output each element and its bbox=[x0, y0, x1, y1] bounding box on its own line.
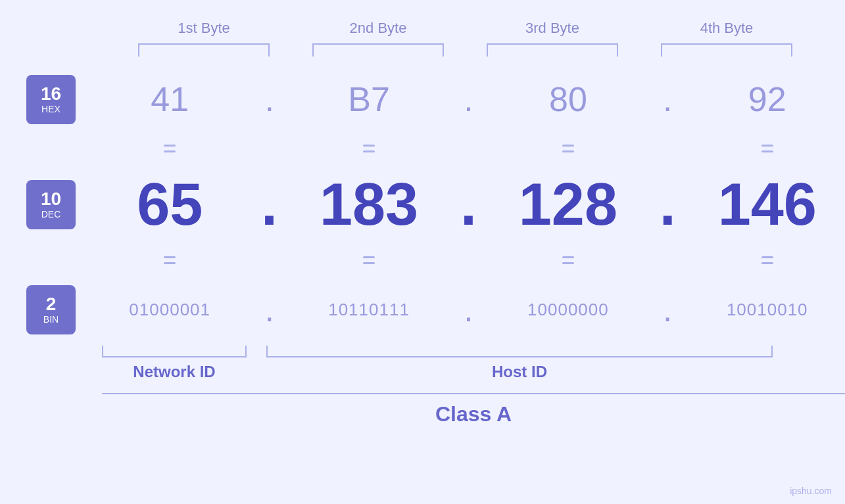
eq-label-spacer-1 bbox=[0, 129, 92, 168]
dec-val-b4: 146 bbox=[718, 172, 817, 237]
dec-val-b2: 183 bbox=[320, 172, 418, 237]
eq2-cell-b1 bbox=[97, 256, 242, 264]
eq2-cell-b3 bbox=[496, 256, 640, 264]
bin-dot2: . bbox=[452, 290, 485, 329]
hex-base-label: HEX bbox=[41, 104, 60, 114]
hex-dot3: . bbox=[651, 80, 684, 119]
eq-cell-b4 bbox=[695, 145, 840, 152]
hex-row: 16 HEX 41 . B7 . 80 . 92 bbox=[0, 70, 845, 129]
bin-badge: 2 BIN bbox=[26, 285, 76, 334]
bracket-b3 bbox=[487, 43, 618, 57]
hex-val-b1: 41 bbox=[151, 80, 189, 118]
byte2-header: 2nd Byte bbox=[312, 20, 444, 37]
id-labels-row: Network ID Host ID bbox=[0, 363, 845, 381]
byte4-header: 4th Byte bbox=[661, 20, 792, 37]
eq-vals-2 bbox=[92, 241, 845, 280]
bin-row: 2 BIN 01000001 . 10110111 . 10000000 . bbox=[0, 280, 845, 339]
bracket-gap bbox=[247, 346, 266, 357]
eq-lines-b2 bbox=[363, 145, 375, 152]
dec-b2: 183 bbox=[297, 171, 441, 239]
class-bracket: Class A bbox=[102, 393, 845, 426]
bracket-b4 bbox=[661, 43, 792, 57]
hex-b4: 92 bbox=[695, 80, 840, 119]
host-bracket bbox=[266, 346, 773, 357]
hex-dot1: . bbox=[253, 80, 286, 119]
top-brackets bbox=[117, 43, 814, 57]
hex-badge: 16 HEX bbox=[26, 75, 76, 124]
hex-val-b4: 92 bbox=[748, 80, 786, 118]
dec-dot2: . bbox=[452, 171, 485, 239]
bin-dot1: . bbox=[253, 290, 286, 329]
bin-val-b2: 10110111 bbox=[328, 300, 410, 319]
byte-headers: 1st Byte 2nd Byte 3rd Byte 4th Byte bbox=[117, 20, 814, 37]
eq-lines-b3 bbox=[562, 145, 574, 152]
host-id-label: Host ID bbox=[266, 363, 773, 381]
network-id-label: Network ID bbox=[102, 363, 247, 381]
eq2-cell-b4 bbox=[695, 256, 840, 264]
hex-badge-col: 16 HEX bbox=[0, 70, 92, 129]
dec-base-label: DEC bbox=[41, 209, 61, 219]
bin-b1: 01000001 bbox=[97, 300, 242, 320]
network-bracket bbox=[102, 346, 247, 357]
byte3-header: 3rd Byte bbox=[487, 20, 618, 37]
bin-values: 01000001 . 10110111 . 10000000 . 1001001… bbox=[92, 290, 845, 329]
eq-lines-b1 bbox=[164, 145, 176, 152]
bin-val-b1: 01000001 bbox=[129, 300, 210, 319]
dec-badge: 10 DEC bbox=[26, 180, 76, 229]
dec-val-b3: 128 bbox=[519, 172, 617, 237]
watermark: ipshu.com bbox=[790, 486, 832, 496]
bin-val-b4: 10010010 bbox=[727, 300, 808, 319]
bin-b4: 10010010 bbox=[695, 300, 840, 320]
bracket-b2 bbox=[312, 43, 444, 57]
dec-dot3: . bbox=[651, 171, 684, 239]
dec-b4: 146 bbox=[695, 171, 840, 239]
eq-row-1 bbox=[0, 129, 845, 168]
eq-vals-1 bbox=[92, 129, 845, 168]
dec-values: 65 . 183 . 128 . 146 bbox=[92, 168, 845, 241]
eq-label-spacer-2 bbox=[0, 241, 92, 280]
eq-row-2 bbox=[0, 241, 845, 280]
bin-b2: 10110111 bbox=[297, 300, 441, 320]
dec-base-num: 10 bbox=[41, 189, 61, 210]
hex-val-b3: 80 bbox=[549, 80, 587, 118]
dec-b3: 128 bbox=[496, 171, 640, 239]
bottom-bracket-row bbox=[0, 346, 845, 357]
hex-dot2: . bbox=[452, 80, 485, 119]
hex-b2: B7 bbox=[297, 80, 441, 119]
dec-row: 10 DEC 65 . 183 . 128 . 146 bbox=[0, 168, 845, 241]
eq-cell-b3 bbox=[496, 145, 640, 152]
dec-b1: 65 bbox=[97, 171, 242, 239]
hex-base-num: 16 bbox=[41, 84, 61, 104]
dec-val-b1: 65 bbox=[137, 172, 203, 237]
hex-values: 41 . B7 . 80 . 92 bbox=[92, 80, 845, 119]
hex-b1: 41 bbox=[97, 80, 242, 119]
dec-dot1: . bbox=[253, 171, 286, 239]
hex-b3: 80 bbox=[496, 80, 640, 119]
bin-b3: 10000000 bbox=[496, 300, 640, 320]
bin-badge-col: 2 BIN bbox=[0, 280, 92, 339]
eq-cell-b1 bbox=[97, 145, 242, 152]
bracket-b1 bbox=[138, 43, 270, 57]
bin-base-num: 2 bbox=[46, 294, 57, 315]
eq-line-bot bbox=[164, 150, 176, 152]
dec-badge-col: 10 DEC bbox=[0, 175, 92, 234]
eq2-cell-b2 bbox=[297, 256, 441, 264]
class-label: Class A bbox=[435, 402, 512, 426]
bottom-spacer bbox=[0, 346, 102, 357]
bin-base-label: BIN bbox=[43, 314, 59, 325]
class-row-wrapper: Class A bbox=[0, 393, 845, 426]
bin-val-b3: 10000000 bbox=[527, 300, 609, 319]
eq-lines-b4 bbox=[761, 145, 773, 152]
main-container: 1st Byte 2nd Byte 3rd Byte 4th Byte 16 H… bbox=[0, 0, 845, 504]
hex-val-b2: B7 bbox=[348, 80, 390, 118]
byte1-header: 1st Byte bbox=[138, 20, 270, 37]
bin-dot3: . bbox=[651, 290, 684, 329]
eq-line-top bbox=[164, 145, 176, 147]
eq-cell-b2 bbox=[297, 145, 441, 152]
